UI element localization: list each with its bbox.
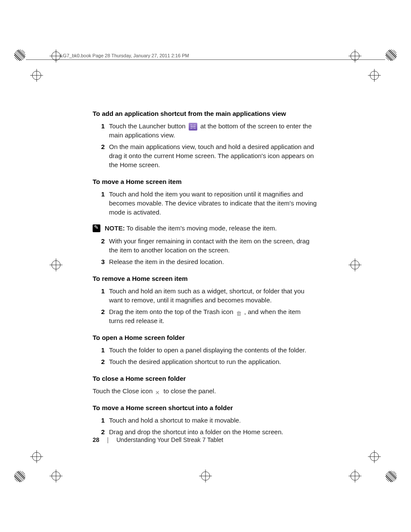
step-number: 3 [93,257,109,266]
step-number: 1 [93,190,109,217]
note-icon [93,224,100,232]
crop-hatch-icon [386,50,397,61]
steps-cont: 2 With your finger remaining in contact … [93,236,317,266]
step-text: Touch and hold the item you want to repo… [109,190,317,217]
step-number: 2 [93,307,109,325]
heading: To open a Home screen folder [93,334,317,341]
steps: 1 Touch and hold a shortcut to make it m… [93,416,317,436]
step-text: Touch the Launcher button at the bottom … [109,121,317,140]
step-2: 2 On the main applications view, touch a… [93,142,317,169]
body-text: Touch the Close icon ✕ to close the pane… [93,386,317,395]
note-label: NOTE: [105,224,125,232]
section-move-item: To move a Home screen item 1 Touch and h… [93,178,317,266]
step-text: Touch and hold an item such as a widget,… [109,286,317,305]
step-number: 1 [93,286,109,305]
heading: To move a Home screen item [93,178,317,185]
page-footer: 28 | Understanding Your Dell Streak 7 Ta… [93,436,223,443]
header-rule [26,59,385,60]
step-text: Drag the item onto the top of the Trash … [109,307,317,325]
registration-mark-icon [349,258,361,271]
step-number: 1 [93,416,109,425]
steps: 1 Touch and hold an item such as a widge… [93,286,317,325]
step-1: 1 Touch and hold an item such as a widge… [93,286,317,305]
page-content: To add an application shortcut from the … [93,110,317,445]
heading: To add an application shortcut from the … [93,110,317,117]
steps: 1 Touch and hold the item you want to re… [93,190,317,217]
text-part: to close the panel. [164,387,216,395]
text-part: Touch the Close icon [93,387,154,395]
note-text: To disable the item's moving mode, relea… [125,224,277,232]
close-icon: ✕ [155,389,161,395]
chapter-title: Understanding Your Dell Streak 7 Tablet [116,436,223,443]
header-crop-info: LG7_bk0.book Page 28 Thursday, January 2… [60,53,189,58]
registration-mark-icon [349,470,361,482]
registration-mark-icon [199,470,212,482]
step-2: 2 With your finger remaining in contact … [93,236,317,255]
section-add-shortcut: To add an application shortcut from the … [93,110,317,169]
heading: To remove a Home screen item [93,275,317,282]
step-text: Drag and drop the shortcut into a folder… [109,427,317,436]
note: NOTE: To disable the item's moving mode,… [93,224,317,232]
section-remove-item: To remove a Home screen item 1 Touch and… [93,275,317,325]
step-number: 1 [93,345,109,355]
trash-icon: 🗑 [236,310,242,315]
registration-mark-icon [50,470,62,482]
page-number: 28 [93,436,100,443]
heading: To move a Home screen shortcut into a fo… [93,404,317,411]
step-number: 1 [93,121,109,140]
crop-hatch-icon [14,471,25,482]
step-text: Touch and hold a shortcut to make it mov… [109,416,317,425]
launcher-icon [189,123,197,131]
registration-mark-icon [50,258,62,271]
registration-mark-icon [50,50,62,62]
registration-mark-icon [30,69,43,82]
step-1: 1 Touch the folder to open a panel displ… [93,345,317,355]
registration-mark-icon [30,450,43,463]
step-2: 2 Drag the item onto the top of the Tras… [93,307,317,325]
step-number: 2 [93,142,109,169]
step-1: 1 Touch and hold a shortcut to make it m… [93,416,317,425]
step-1: 1 Touch and hold the item you want to re… [93,190,317,217]
step-text: Touch the desired application shortcut t… [109,357,317,366]
note-body: NOTE: To disable the item's moving mode,… [105,224,277,232]
steps: 1 Touch the Launcher button at the botto… [93,121,317,169]
step-1: 1 Touch the Launcher button at the botto… [93,121,317,140]
step-text: Touch the folder to open a panel display… [109,345,317,355]
step-3: 3 Release the item in the desired locati… [93,257,317,266]
section-move-shortcut-to-folder: To move a Home screen shortcut into a fo… [93,404,317,436]
registration-mark-icon [368,69,381,82]
crop-hatch-icon [14,50,25,61]
section-open-folder: To open a Home screen folder 1 Touch the… [93,334,317,366]
step-text: With your finger remaining in contact wi… [109,236,317,255]
crop-hatch-icon [386,471,397,482]
text-part: Drag the item onto the top of the Trash … [109,308,235,315]
registration-mark-icon [349,50,361,62]
step-2: 2 Drag and drop the shortcut into a fold… [93,427,317,436]
step-text: On the main applications view, touch and… [109,142,317,169]
step-number: 2 [93,236,109,255]
step-2: 2 Touch the desired application shortcut… [93,357,317,366]
steps: 1 Touch the folder to open a panel displ… [93,345,317,366]
step-number: 2 [93,427,109,436]
separator: | [107,436,109,443]
heading: To close a Home screen folder [93,375,317,382]
text-part: Touch the Launcher button [109,122,187,130]
registration-mark-icon [368,450,381,463]
step-text: Release the item in the desired location… [109,257,317,266]
section-close-folder: To close a Home screen folder Touch the … [93,375,317,395]
step-number: 2 [93,357,109,366]
